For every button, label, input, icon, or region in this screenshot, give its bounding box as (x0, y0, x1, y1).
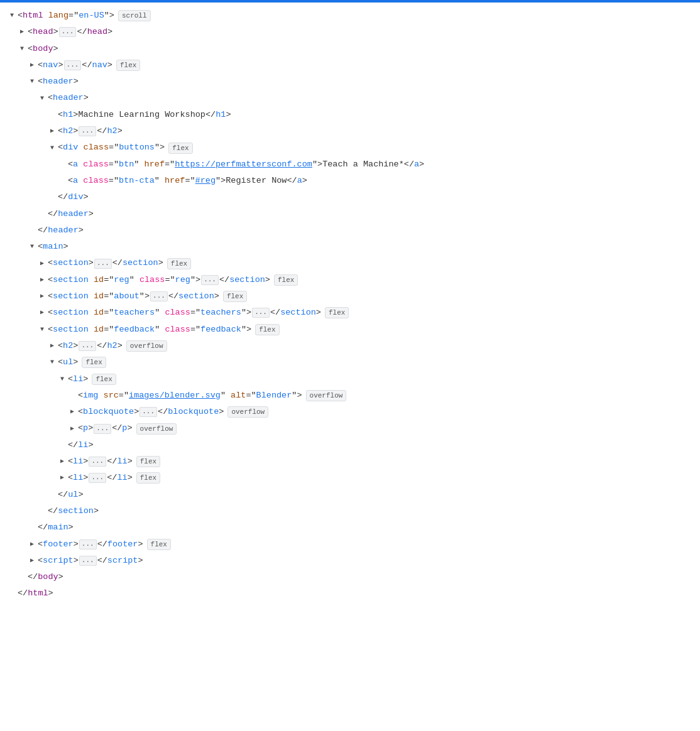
blockquote-overflow-badge: overflow (227, 406, 268, 418)
li3-flex-badge: flex (136, 472, 160, 484)
script-arrow[interactable] (28, 556, 36, 565)
nav-flex-badge: flex (116, 60, 140, 71)
script-line: <script> ··· </script> (8, 553, 692, 569)
li-arrow[interactable] (58, 375, 67, 384)
section-feedback-open-line: <section id="feedback" class="feedback" … (8, 322, 692, 338)
ul-flex-badge: flex (82, 357, 106, 368)
footer-flex-badge: flex (147, 539, 171, 550)
nav-arrow[interactable] (28, 61, 36, 70)
section-about-line: <section id="about" > ··· </section> fle… (8, 288, 692, 305)
li-open-line: <li> flex (8, 371, 692, 387)
p-arrow[interactable] (68, 425, 77, 433)
h2-arrow[interactable] (48, 127, 57, 136)
main-open-line: <main> (8, 239, 692, 255)
header-outer-arrow[interactable] (28, 77, 36, 86)
img-blender-overflow-badge: overflow (306, 390, 347, 401)
header-inner-close-line: </header> (8, 206, 692, 222)
blockquote-arrow[interactable] (68, 408, 77, 416)
section1-line: <section> ··· </section> flex (8, 255, 692, 271)
li-close-line: </li> (8, 437, 692, 453)
a-btn-cta-line: <a class="btn-cta" href="#reg" > Registe… (8, 173, 692, 189)
p-overflow-badge: overflow (136, 423, 177, 435)
head-line: <head> ··· </head> (8, 24, 692, 40)
ul-arrow[interactable] (48, 358, 57, 367)
h2-feedback-overflow-badge: overflow (126, 340, 167, 352)
footer-line: <footer> ··· </footer> flex (8, 536, 692, 553)
footer-arrow[interactable] (28, 540, 36, 549)
li2-flex-badge: flex (136, 456, 160, 467)
header-inner-open-line: <header> (8, 90, 692, 106)
section-teachers-arrow[interactable] (38, 308, 46, 317)
section-teachers-line: <section id="teachers" class="teachers" … (8, 305, 692, 321)
h2-feedback-arrow[interactable] (48, 342, 57, 350)
header-outer-close-line: </header> (8, 222, 692, 239)
a-btn-line: <a class="btn" href="https://perfmatters… (8, 156, 692, 173)
div-buttons-flex-badge: flex (168, 143, 192, 154)
h2-feedback-line: <h2> ··· </h2> overflow (8, 338, 692, 354)
body-close-line: </body> (8, 569, 692, 585)
p-collapsed-line: <p> ··· </p> overflow (8, 420, 692, 436)
li2-arrow[interactable] (58, 457, 67, 466)
blockquote-line: <blockquote> ··· </blockquote> overflow (8, 404, 692, 420)
section-about-flex-badge: flex (223, 291, 247, 302)
h2-collapsed-line: <h2> ··· </h2> (8, 123, 692, 139)
header-outer-open-line: <header> (8, 73, 692, 90)
body-arrow[interactable] (18, 45, 26, 53)
li-flex-badge: flex (92, 374, 116, 385)
div-buttons-open-line: <div class="buttons" > flex (8, 139, 692, 156)
div-close-line: </div> (8, 189, 692, 205)
section-reg-flex-badge: flex (274, 274, 298, 286)
head-arrow[interactable] (18, 28, 26, 36)
section1-arrow[interactable] (38, 259, 46, 268)
html-arrow[interactable] (8, 11, 16, 20)
li2-line: <li> ··· </li> flex (8, 453, 692, 470)
body-open-line: <body> (8, 41, 692, 57)
h1-line: <h1> Machine Learning Workshop </h1> (8, 107, 692, 123)
li3-line: <li> ··· </li> flex (8, 470, 692, 486)
html-close-line: </html> (8, 585, 692, 602)
section-feedback-close-line: </section> (8, 503, 692, 519)
section-teachers-flex-badge: flex (325, 307, 349, 318)
section1-flex-badge: flex (167, 258, 191, 269)
html-open-line: <html lang="en-US" > scroll (8, 8, 692, 24)
div-buttons-arrow[interactable] (48, 144, 57, 153)
dom-tree: <html lang="en-US" > scroll <head> ··· <… (0, 3, 700, 607)
scroll-badge: scroll (118, 10, 151, 21)
section-reg-arrow[interactable] (38, 276, 46, 284)
ul-close-line: </ul> (8, 487, 692, 503)
section-about-arrow[interactable] (38, 292, 46, 301)
main-close-line: </main> (8, 519, 692, 536)
li3-arrow[interactable] (58, 474, 67, 482)
main-arrow[interactable] (28, 242, 36, 251)
section-feedback-arrow[interactable] (38, 325, 46, 334)
img-blender-line: <img src="images/blender.svg" alt="Blend… (8, 387, 692, 404)
ul-open-line: <ul> flex (8, 354, 692, 371)
section-reg-line: <section id="reg" class="reg" > ··· </se… (8, 272, 692, 288)
section-feedback-flex-badge: flex (255, 324, 279, 335)
header-inner-arrow[interactable] (38, 94, 46, 103)
nav-line: <nav> ··· </nav> flex (8, 57, 692, 73)
